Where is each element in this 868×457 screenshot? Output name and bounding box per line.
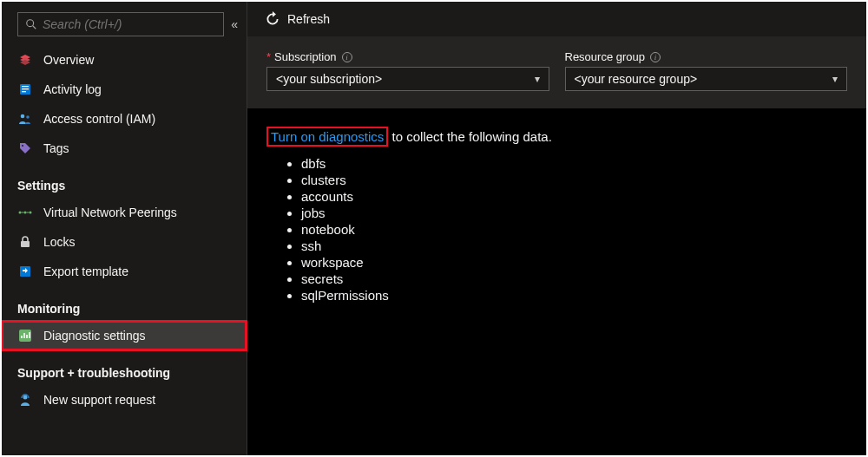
diagnostics-list: dbfs clusters accounts jobs notebook ssh… — [301, 156, 847, 303]
list-item: secrets — [301, 271, 847, 286]
sidebar-item-label: Export template — [43, 264, 128, 278]
sidebar-item-label: New support request — [43, 393, 155, 407]
list-item: accounts — [301, 189, 847, 204]
chevron-down-icon: ▾ — [535, 73, 540, 85]
list-item: sqlPermissions — [301, 288, 847, 303]
overview-icon — [17, 52, 33, 68]
sidebar-item-export-template[interactable]: Export template — [2, 257, 247, 286]
export-template-icon — [17, 264, 33, 279]
svg-line-1 — [33, 26, 36, 29]
sidebar-item-label: Overview — [43, 53, 94, 67]
access-control-icon — [17, 111, 33, 127]
sidebar-item-vnet-peerings[interactable]: Virtual Network Peerings — [2, 198, 247, 227]
main-panel: Refresh * Subscription i <your subscript… — [247, 2, 866, 455]
sidebar-item-label: Access control (IAM) — [43, 112, 155, 126]
sidebar-item-access-control[interactable]: Access control (IAM) — [2, 104, 247, 134]
required-asterisk: * — [266, 50, 271, 63]
svg-point-17 — [23, 395, 28, 400]
content-area: Turn on diagnostics to collect the follo… — [247, 110, 866, 323]
svg-point-0 — [27, 20, 34, 27]
svg-point-9 — [19, 212, 22, 214]
svg-point-10 — [24, 212, 27, 214]
refresh-label: Refresh — [287, 12, 330, 26]
subscription-dropdown[interactable]: <your subscription> ▾ — [266, 67, 549, 91]
turn-on-diagnostics-link[interactable]: Turn on diagnostics — [266, 127, 388, 147]
sidebar-item-tags[interactable]: Tags — [2, 134, 247, 163]
refresh-icon — [265, 11, 280, 27]
list-item: clusters — [301, 173, 847, 187]
locks-icon — [17, 234, 33, 250]
sidebar-item-label: Virtual Network Peerings — [43, 206, 177, 219]
list-item: ssh — [301, 238, 847, 253]
svg-point-11 — [30, 212, 32, 214]
sidebar-item-label: Locks — [43, 235, 76, 249]
collapse-sidebar-button[interactable]: « — [231, 17, 238, 31]
svg-point-8 — [22, 145, 23, 147]
diagnostics-suffix: to collect the following data. — [388, 129, 551, 144]
search-input[interactable] — [43, 17, 216, 31]
search-box[interactable] — [17, 12, 224, 36]
sidebar: « Overview Activity log Access control (… — [2, 2, 247, 455]
sidebar-item-label: Activity log — [43, 82, 102, 96]
section-header-support: Support + troubleshooting — [2, 350, 247, 385]
sidebar-item-activity-log[interactable]: Activity log — [2, 75, 247, 104]
subscription-value: <your subscription> — [276, 72, 382, 86]
search-icon — [25, 18, 37, 30]
chevron-down-icon: ▾ — [832, 73, 838, 85]
sidebar-item-label: Diagnostic settings — [43, 329, 146, 343]
refresh-button[interactable]: Refresh — [265, 11, 330, 27]
resource-group-label: Resource group i — [565, 50, 848, 63]
resource-group-value: <your resource group> — [575, 72, 698, 86]
sidebar-item-new-support-request[interactable]: New support request — [2, 385, 247, 415]
list-item: notebook — [301, 222, 847, 237]
svg-rect-3 — [22, 86, 29, 87]
activity-log-icon — [17, 82, 33, 97]
list-item: jobs — [301, 206, 847, 220]
tags-icon — [17, 140, 33, 156]
support-request-icon — [17, 392, 33, 408]
info-icon[interactable]: i — [650, 52, 661, 62]
sidebar-item-label: Tags — [43, 141, 69, 155]
section-header-monitoring: Monitoring — [2, 286, 247, 321]
list-item: workspace — [301, 255, 847, 270]
info-icon[interactable]: i — [342, 52, 352, 62]
sidebar-item-locks[interactable]: Locks — [2, 227, 247, 257]
svg-point-7 — [26, 115, 30, 119]
svg-rect-14 — [21, 241, 30, 247]
list-item: dbfs — [301, 156, 847, 171]
svg-rect-5 — [22, 91, 26, 92]
svg-point-6 — [21, 114, 25, 119]
resource-group-dropdown[interactable]: <your resource group> ▾ — [565, 67, 848, 91]
section-header-settings: Settings — [2, 163, 247, 198]
vnet-peerings-icon — [17, 205, 33, 220]
sidebar-item-diagnostic-settings[interactable]: Diagnostic settings — [2, 321, 247, 350]
subscription-label: * Subscription i — [266, 50, 549, 63]
diagnostic-settings-icon — [17, 328, 33, 343]
toolbar: Refresh — [247, 2, 866, 36]
svg-rect-4 — [22, 88, 29, 89]
diagnostics-prompt: Turn on diagnostics to collect the follo… — [266, 129, 847, 144]
filters-bar: * Subscription i <your subscription> ▾ R… — [247, 36, 866, 110]
sidebar-item-overview[interactable]: Overview — [2, 45, 247, 75]
